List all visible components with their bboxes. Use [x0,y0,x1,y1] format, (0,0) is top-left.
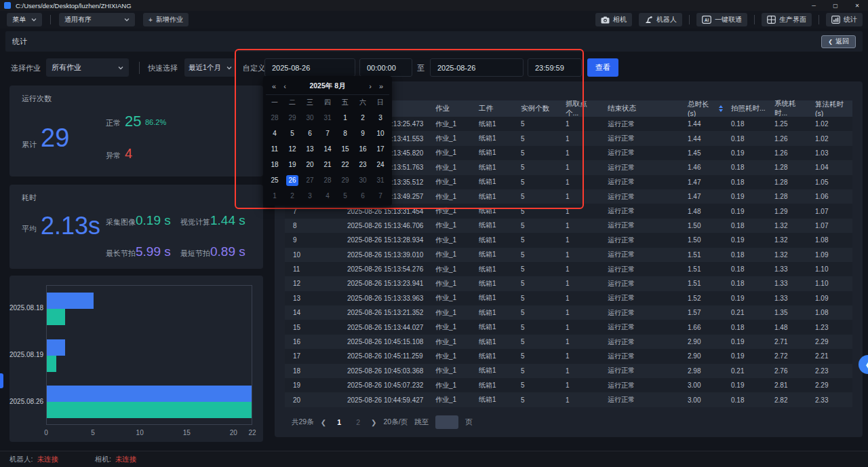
table-row[interactable]: 202025-08-26 10:44:59.427作业_1纸箱151运行正常3.… [285,392,852,407]
calendar-title[interactable]: 2025年 8月 [290,81,365,91]
calendar-day[interactable]: 5 [336,188,354,204]
table-cell: 0.19 [723,381,766,389]
calendar-day[interactable]: 3 [372,110,389,126]
table-row[interactable]: 172025-08-26 10:45:11.259作业_1纸箱151运行正常2.… [285,349,852,363]
left-drawer-handle[interactable] [0,373,3,388]
calendar-day[interactable]: 23 [354,157,372,172]
maximize-button[interactable]: ▢ [825,0,846,11]
calendar-day[interactable]: 16 [354,141,372,157]
prev-year-icon[interactable]: « [269,82,279,90]
column-header[interactable]: 总时长(s) [679,100,723,117]
calendar-day[interactable]: 29 [283,110,301,126]
table-cell: 1 [557,295,599,302]
quick-filter-select[interactable]: 最近1个月 [184,58,236,77]
calendar-day[interactable]: 28 [266,110,283,126]
start-date-input[interactable] [264,58,355,77]
table-cell: 1.28 [766,193,807,200]
calendar-day[interactable]: 30 [354,172,372,188]
mode-select[interactable]: 通用有序 [59,13,135,26]
calendar-day[interactable]: 1 [336,110,354,126]
table-row[interactable]: 162025-08-26 10:45:15.108作业_1纸箱151运行正常2.… [285,335,852,349]
menu-dropdown[interactable]: 菜单 [7,13,42,26]
calendar-day[interactable]: 21 [319,157,336,172]
table-row[interactable]: 192025-08-26 10:45:07.232作业_1纸箱151运行正常3.… [285,378,852,392]
per-page-select[interactable]: 20条/页 [383,417,408,427]
calendar-day[interactable]: 6 [354,188,372,204]
end-time-input[interactable] [528,58,582,77]
calendar-day[interactable]: 12 [283,141,301,157]
end-date-input[interactable] [430,58,524,77]
table-row[interactable]: 142025-08-26 15:13:21.352作业_1纸箱151运行正常1.… [285,305,852,320]
calendar-day[interactable]: 7 [372,188,389,204]
stats-button[interactable]: 统计 [826,13,863,26]
one-key-connect-button[interactable]: AI 一键联通 [696,13,747,26]
table-row[interactable]: 152025-08-26 15:13:44.027作业_1纸箱151运行正常1.… [285,320,852,334]
robot-button[interactable]: 机器人 [639,13,682,26]
table-cell: 2025-08-26 15:13:31.454 [339,208,427,215]
table-cell: 1.03 [807,149,846,157]
page-number-1[interactable]: 1 [333,418,345,426]
calendar-day[interactable]: 18 [266,157,283,172]
table-cell: 2.76 [766,367,807,375]
calendar-day[interactable]: 2 [354,110,372,126]
calendar-day[interactable]: 20 [301,157,319,172]
table-cell: 5 [513,236,557,244]
calendar-day-selected[interactable]: 26 [283,172,301,188]
calendar-day[interactable]: 8 [336,126,354,141]
calendar-day[interactable]: 9 [354,126,372,141]
calendar-day[interactable]: 2 [283,188,301,204]
calendar-day[interactable]: 19 [283,157,301,172]
page-number-2[interactable]: 2 [352,418,364,426]
next-page-icon[interactable]: ❯ [371,419,376,426]
calendar-day[interactable]: 28 [319,172,336,188]
calendar-day[interactable]: 4 [319,188,336,204]
calendar-day[interactable]: 10 [372,126,389,141]
calendar-day[interactable]: 6 [301,126,319,141]
job-filter-select[interactable]: 所有作业 [46,58,129,77]
calendar-day[interactable]: 22 [336,157,354,172]
table-row[interactable]: 112025-08-26 15:13:54.276作业_1纸箱151运行正常1.… [285,262,852,276]
calendar-day[interactable]: 24 [372,157,389,172]
table-row[interactable]: 122025-08-26 15:13:23.941作业_1纸箱151运行正常1.… [285,276,852,291]
calendar-day[interactable]: 3 [301,188,319,204]
calendar-day[interactable]: 15 [336,141,354,157]
calendar-day[interactable]: 11 [266,141,283,157]
table-row[interactable]: 92025-08-26 15:13:28.934作业_1纸箱151运行正常1.5… [285,233,852,247]
table-row[interactable]: 132025-08-26 15:13:33.963作业_1纸箱151运行正常1.… [285,291,852,305]
table-cell: 5 [513,135,557,143]
jump-page-input[interactable] [435,415,458,429]
back-button[interactable]: ❮ 返回 [821,35,856,48]
calendar-day[interactable]: 31 [372,172,389,188]
calendar-day[interactable]: 31 [319,110,336,126]
start-time-input[interactable] [359,58,412,77]
table-cell: 作业_1 [427,395,471,405]
next-year-icon[interactable]: » [376,82,387,90]
table-row[interactable]: 182025-08-26 10:45:03.368作业_1纸箱151运行正常2.… [285,364,852,378]
calendar-day[interactable]: 5 [283,126,301,141]
calendar-day[interactable]: 29 [336,172,354,188]
new-job-button[interactable]: + 新增作业 [143,13,189,26]
prev-month-icon[interactable]: ‹ [279,82,290,90]
table-row[interactable]: 82025-08-26 15:13:46.706作业_1纸箱151运行正常1.5… [285,219,852,233]
robot-status-label: 机器人: [9,455,33,464]
table-cell: 纸箱1 [471,134,513,143]
calendar-day[interactable]: 27 [301,172,319,188]
minimize-button[interactable]: ─ [803,0,825,11]
camera-button[interactable]: 相机 [595,13,632,26]
calendar-day[interactable]: 4 [266,126,283,141]
calendar-day[interactable]: 14 [319,141,336,157]
view-button[interactable]: 查看 [587,58,618,77]
prev-page-icon[interactable]: ❮ [321,419,326,426]
calendar-day[interactable]: 7 [319,126,336,141]
calendar-day[interactable]: 1 [266,188,283,204]
close-button[interactable]: ✕ [846,0,868,11]
calendar-day[interactable]: 17 [372,141,389,157]
calendar-day[interactable]: 13 [301,141,319,157]
calendar-day[interactable]: 25 [266,172,283,188]
calendar-day[interactable]: 30 [301,110,319,126]
next-month-icon[interactable]: › [365,82,376,90]
production-view-button[interactable]: 生产界面 [762,13,812,26]
column-header: 作业 [427,104,471,113]
table-row[interactable]: 102025-08-26 15:13:39.010作业_1纸箱151运行正常1.… [285,248,852,262]
table-row[interactable]: 72025-08-26 15:13:31.454作业_1纸箱151运行正常1.4… [285,204,852,218]
